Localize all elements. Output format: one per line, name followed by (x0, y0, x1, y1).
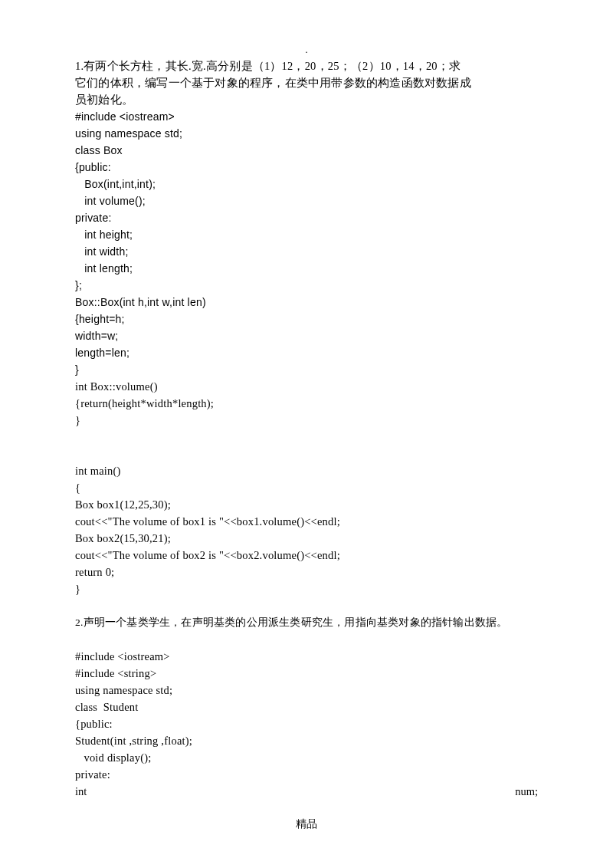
code-line: cout<<"The volume of box1 is "<<box1.vol… (75, 513, 538, 530)
code-line: width=w; (75, 327, 538, 344)
code-line: int main() (75, 462, 538, 479)
code-line: length=len; (75, 344, 538, 361)
q1-paragraph-line: 1.有两个长方柱，其长.宽.高分别是（1）12，20，25；（2）10，14，2… (75, 58, 538, 74)
code-line: return 0; (75, 564, 538, 580)
code-line: using namespace std; (75, 682, 538, 699)
q2-paragraph-line: 2.声明一个基类学生，在声明基类的公用派生类研究生，用指向基类对象的指针输出数据… (75, 614, 538, 631)
q1-paragraph-line: 员初始化。 (75, 91, 538, 108)
code-line: private: (75, 766, 538, 783)
code-line: Box box2(15,30,21); (75, 530, 538, 547)
code-line: } (75, 580, 538, 597)
code-line: void display(); (75, 749, 538, 766)
code-line: Box::Box(int h,int w,int len) (75, 294, 538, 311)
code-line: int length; (75, 260, 538, 277)
code-line: #include <string> (75, 665, 538, 682)
code-line: #include <iostream> (75, 108, 538, 125)
code-line: #include <iostream> (75, 648, 538, 665)
code-line: cout<<"The volume of box2 is "<<box2.vol… (75, 547, 538, 564)
code-line: int width; (75, 243, 538, 260)
code-line: Box(int,int,int); (75, 176, 538, 192)
code-line: }; (75, 277, 538, 294)
code-line: using namespace std; (75, 125, 538, 142)
footer-text: 精品 (0, 817, 613, 831)
code-line: {return(height*width*length); (75, 395, 538, 412)
q1-paragraph-line: 它们的体积，编写一个基于对象的程序，在类中用带参数的构造函数对数据成 (75, 74, 538, 91)
code-line: {public: (75, 159, 538, 176)
code-right: num; (515, 783, 538, 800)
code-line: int Box::volume() (75, 378, 538, 395)
code-left: int (75, 783, 87, 800)
code-line: class Box (75, 142, 538, 159)
code-line: int height; (75, 226, 538, 243)
top-dot: . (0, 44, 613, 56)
code-line: {public: (75, 715, 538, 732)
blank-line (75, 631, 538, 648)
blank-line (75, 597, 538, 614)
code-line: } (75, 361, 538, 378)
code-line: private: (75, 209, 538, 226)
code-line: Box box1(12,25,30); (75, 496, 538, 513)
code-line-justified: int num; (75, 783, 538, 800)
blank-line (75, 429, 538, 446)
blank-line (75, 446, 538, 462)
document-page: . 1.有两个长方柱，其长.宽.高分别是（1）12，20，25；（2）10，14… (0, 0, 613, 868)
code-line: } (75, 412, 538, 429)
code-line: int volume(); (75, 192, 538, 209)
code-line: {height=h; (75, 311, 538, 327)
code-line: class Student (75, 699, 538, 715)
code-line: Student(int ,string ,float); (75, 732, 538, 749)
code-line: { (75, 479, 538, 496)
